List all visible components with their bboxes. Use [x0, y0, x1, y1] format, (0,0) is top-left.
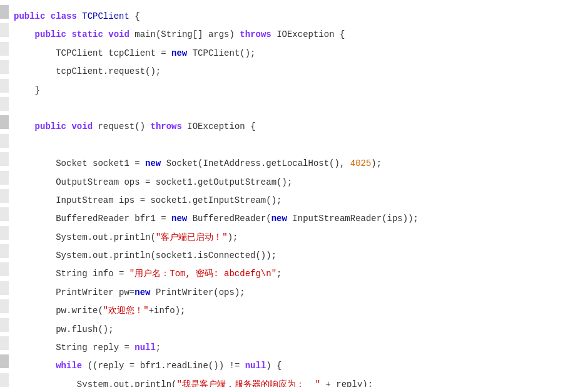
- line-marker-17: [0, 299, 9, 313]
- line-marker-9: [0, 152, 9, 166]
- code-line-7: public void request() throws IOException…: [0, 115, 588, 133]
- line-content-7: public void request() throws IOException…: [11, 120, 256, 133]
- code-line-19: String reply = null;: [0, 336, 588, 354]
- line-content-20: while ((reply = bfr1.readLine()) != null…: [11, 359, 282, 373]
- line-marker-15: [0, 262, 9, 276]
- code-line-21: System.out.println("我是客户端，服务器的响应为： " + r…: [0, 373, 588, 387]
- line-content-4: tcpClient.request();: [11, 64, 161, 78]
- code-line-20: while ((reply = bfr1.readLine()) != null…: [0, 354, 588, 373]
- line-content-13: System.out.println("客户端已启动！");: [11, 230, 238, 244]
- line-content-14: System.out.println(socket1.isConnected()…: [11, 249, 276, 262]
- line-content-5: }: [11, 83, 40, 97]
- line-content-21: System.out.println("我是客户端，服务器的响应为： " + r…: [11, 378, 373, 387]
- line-marker-10: [0, 171, 9, 185]
- line-content-11: InputStream ips = socket1.getInputStream…: [11, 194, 281, 207]
- code-line-5: }: [0, 79, 588, 97]
- code-line-8: [0, 134, 588, 152]
- line-content-1: public class TCPClient {: [11, 9, 140, 23]
- code-line-16: PrintWriter pw=new PrintWriter(ops);: [0, 281, 588, 299]
- line-marker-19: [0, 336, 9, 350]
- line-content-9: Socket socket1 = new Socket(InetAddress.…: [11, 157, 382, 170]
- code-line-15: String info = "用户名：Tom, 密码: abcdefg\n";: [0, 262, 588, 281]
- line-marker-7: [0, 115, 9, 129]
- line-marker-16: [0, 281, 9, 295]
- code-line-1: public class TCPClient {: [0, 5, 588, 23]
- line-marker-8: [0, 134, 9, 148]
- line-marker-18: [0, 318, 9, 332]
- code-line-11: InputStream ips = socket1.getInputStream…: [0, 189, 588, 207]
- code-editor: public class TCPClient { public static v…: [0, 0, 588, 387]
- line-content-2: public static void main(String[] args) t…: [11, 28, 345, 41]
- line-marker-5: [0, 79, 9, 93]
- line-marker-12: [0, 207, 9, 221]
- line-marker-6: [0, 97, 9, 111]
- code-line-13: System.out.println("客户端已启动！");: [0, 226, 588, 244]
- line-marker-3: [0, 42, 9, 56]
- code-line-17: pw.write("欢迎您！"+info);: [0, 299, 588, 317]
- line-marker-14: [0, 244, 9, 258]
- line-marker-2: [0, 23, 9, 37]
- code-line-18: pw.flush();: [0, 318, 588, 336]
- line-content-8: [11, 138, 19, 152]
- code-line-9: Socket socket1 = new Socket(InetAddress.…: [0, 152, 588, 170]
- code-line-6: [0, 97, 588, 115]
- line-content-12: BufferedReader bfr1 = new BufferedReader…: [11, 212, 418, 225]
- line-content-3: TCPClient tcpClient = new TCPClient();: [11, 46, 256, 60]
- line-marker-13: [0, 226, 9, 240]
- line-marker-4: [0, 60, 9, 74]
- line-content-19: String reply = null;: [11, 341, 161, 354]
- line-content-10: OutputStream ops = socket1.getOutputStre…: [11, 175, 292, 189]
- code-line-14: System.out.println(socket1.isConnected()…: [0, 244, 588, 262]
- code-line-12: BufferedReader bfr1 = new BufferedReader…: [0, 207, 588, 225]
- line-content-18: pw.flush();: [11, 322, 114, 336]
- code-line-4: tcpClient.request();: [0, 60, 588, 78]
- line-content-15: String info = "用户名：Tom, 密码: abcdefg\n";: [11, 267, 281, 281]
- line-marker-20: [0, 354, 9, 368]
- line-marker-21: [0, 373, 9, 387]
- line-marker-11: [0, 189, 9, 203]
- line-marker-1: [0, 5, 9, 19]
- code-line-10: OutputStream ops = socket1.getOutputStre…: [0, 171, 588, 189]
- line-content-17: pw.write("欢迎您！"+info);: [11, 304, 185, 317]
- code-line-3: TCPClient tcpClient = new TCPClient();: [0, 42, 588, 60]
- code-line-2: public static void main(String[] args) t…: [0, 23, 588, 41]
- line-content-6: [11, 101, 19, 115]
- line-content-16: PrintWriter pw=new PrintWriter(ops);: [11, 286, 245, 299]
